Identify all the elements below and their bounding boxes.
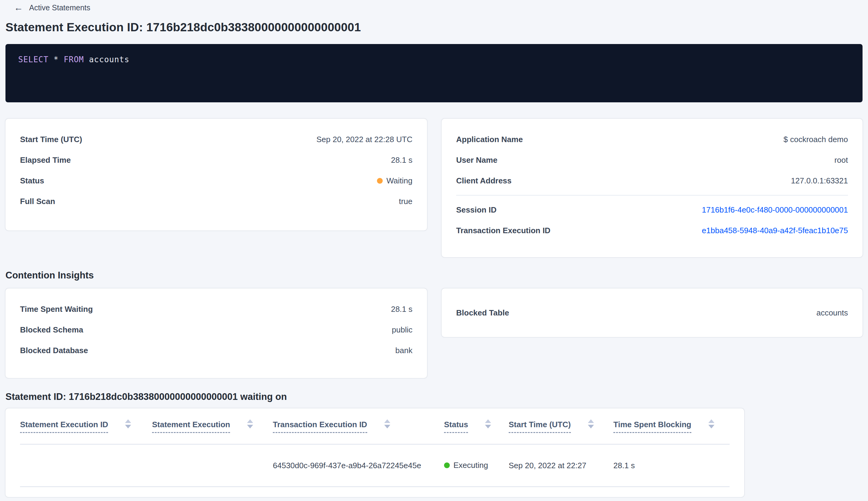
transaction-execution-id-link[interactable]: e1bba458-5948-40a9-a42f-5feac1b10e75 [702,226,848,235]
table-row: 64530d0c-969f-437e-a9b4-26a72245e45e Exe… [20,444,730,487]
column-header-statement-execution-id[interactable]: Statement Execution ID [20,408,152,444]
sql-statement-box: SELECT * FROM accounts [6,44,862,102]
column-label: Status [444,420,468,433]
application-name-label: Application Name [456,135,523,144]
elapsed-time-label: Elapsed Time [20,156,71,165]
start-time-value: Sep 20, 2022 at 22:28 UTC [316,135,412,144]
application-name-value: $ cockroach demo [784,135,848,144]
sort-icon[interactable] [708,419,714,428]
waiting-status-dot-icon [377,178,383,184]
status-label: Status [20,176,44,185]
column-header-statement-execution[interactable]: Statement Execution [152,408,273,444]
contention-left-card: Time Spent Waiting 28.1 s Blocked Schema… [6,288,427,378]
blocked-schema-label: Blocked Schema [20,325,83,334]
session-id-label: Session ID [456,205,497,215]
statement-execution-id-cell [20,444,152,487]
full-scan-label: Full Scan [20,197,55,206]
user-name-value: root [834,156,848,165]
blocked-database-value: bank [395,346,412,355]
waiting-on-table: Statement Execution ID Statement Executi… [20,408,730,487]
transaction-execution-id-cell: 64530d0c-969f-437e-a9b4-26a72245e45e [273,444,444,487]
sql-statement: SELECT * FROM accounts [18,55,129,64]
start-time-cell: Sep 20, 2022 at 22:27 [509,444,614,487]
client-address-label: Client Address [456,176,512,185]
column-header-transaction-execution-id[interactable]: Transaction Execution ID [273,408,444,444]
time-spent-waiting-value: 28.1 s [391,305,412,314]
client-address-row: Client Address 127.0.0.1:63321 [456,170,848,191]
blocked-database-row: Blocked Database bank [20,340,412,361]
column-header-start-time[interactable]: Start Time (UTC) [509,408,614,444]
column-label: Time Spent Blocking [614,420,691,433]
full-scan-value: true [399,197,412,206]
sort-icon[interactable] [588,419,594,428]
page-title: Statement Execution ID: 1716b218dc0b3838… [6,21,862,34]
back-arrow-icon[interactable]: ← [14,3,23,12]
time-spent-waiting-row: Time Spent Waiting 28.1 s [20,299,412,319]
application-name-row: Application Name $ cockroach demo [456,129,848,150]
table-header-row: Statement Execution ID Statement Executi… [20,408,730,444]
transaction-execution-id-row: Transaction Execution ID e1bba458-5948-4… [456,220,848,241]
session-id-link[interactable]: 1716b1f6-4e0c-f480-0000-000000000001 [702,205,848,215]
sort-icon[interactable] [125,419,131,428]
sql-star: * [54,55,59,64]
user-name-row: User Name root [456,150,848,170]
column-label: Statement Execution ID [20,420,108,433]
column-header-status[interactable]: Status [444,408,509,444]
blocked-database-label: Blocked Database [20,346,88,355]
statement-execution-cell [152,444,273,487]
blocked-schema-value: public [392,325,412,334]
contention-right-card: Blocked Table accounts [442,288,862,337]
blocked-table-value: accounts [816,308,848,318]
overview-card: Start Time (UTC) Sep 20, 2022 at 22:28 U… [6,119,427,231]
status-text: Executing [453,461,488,470]
user-name-label: User Name [456,156,497,165]
blocked-table-label: Blocked Table [456,308,509,318]
status-value: Waiting [386,176,412,185]
sql-keyword-from: FROM [64,55,84,64]
card-divider [456,195,848,195]
blocked-table-row: Blocked Table accounts [456,302,848,323]
column-label: Start Time (UTC) [509,420,571,433]
status-badge: Waiting [377,176,412,185]
sort-icon[interactable] [247,419,253,428]
time-spent-waiting-label: Time Spent Waiting [20,305,93,314]
status-cell: Executing [444,444,509,487]
elapsed-time-row: Elapsed Time 28.1 s [20,150,412,170]
sql-table-name: accounts [89,55,129,64]
waiting-on-table-card: Statement Execution ID Statement Executi… [6,408,744,497]
session-card: Application Name $ cockroach demo User N… [442,119,862,257]
column-label: Transaction Execution ID [273,420,367,433]
sort-icon[interactable] [384,419,390,428]
transaction-execution-id-label: Transaction Execution ID [456,226,551,235]
breadcrumb: ← Active Statements [6,0,862,12]
time-spent-blocking-cell: 28.1 s [614,444,730,487]
sql-keyword-select: SELECT [18,55,48,64]
elapsed-time-value: 28.1 s [391,156,412,165]
contention-insights-heading: Contention Insights [6,270,862,281]
back-link-active-statements[interactable]: Active Statements [29,3,90,12]
client-address-value: 127.0.0.1:63321 [791,176,848,185]
session-id-row: Session ID 1716b1f6-4e0c-f480-0000-00000… [456,200,848,220]
sort-icon[interactable] [485,419,491,428]
statement-execution-detail-page: ← Active Statements Statement Execution … [0,0,868,497]
full-scan-row: Full Scan true [20,191,412,212]
start-time-label: Start Time (UTC) [20,135,82,144]
column-label: Statement Execution [152,420,230,433]
column-header-time-spent-blocking[interactable]: Time Spent Blocking [614,408,730,444]
status-row: Status Waiting [20,170,412,191]
executing-status-dot-icon [444,462,450,468]
start-time-row: Start Time (UTC) Sep 20, 2022 at 22:28 U… [20,129,412,150]
waiting-on-heading: Statement ID: 1716b218dc0b38380000000000… [6,391,862,402]
blocked-schema-row: Blocked Schema public [20,319,412,340]
